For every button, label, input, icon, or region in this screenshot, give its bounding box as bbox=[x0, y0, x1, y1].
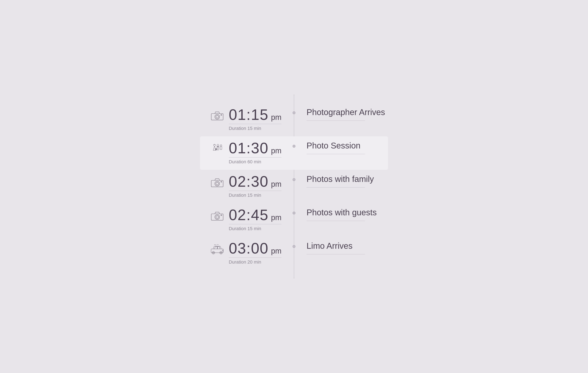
timeline-left-photo-session: 01:30 pm Duration 60 min bbox=[200, 136, 292, 169]
timeline-left-limo-arrives: 03:00 pm Duration 20 min bbox=[200, 237, 292, 269]
time-ampm-photographer-arrives: pm bbox=[271, 113, 282, 122]
time-display-photographer-arrives: 01:15 pm bbox=[229, 107, 282, 122]
time-number-photographer-arrives: 01:15 bbox=[229, 107, 269, 122]
svg-point-3 bbox=[221, 114, 222, 115]
timeline-dot-wrapper-photo-session bbox=[292, 136, 296, 148]
timeline-left-photos-guests: 02:45 pm Duration 15 min bbox=[200, 203, 292, 236]
timeline-item-photo-session: 01:30 pm Duration 60 min Photo Session bbox=[200, 136, 388, 170]
camera-icon bbox=[210, 107, 225, 122]
duration-label-photo-session: Duration 60 min bbox=[229, 159, 261, 165]
timeline-right-limo-arrives: Limo Arrives bbox=[296, 237, 388, 259]
event-name-photos-guests: Photos with guests bbox=[306, 207, 388, 218]
timeline-left-photos-family: 02:30 pm Duration 15 min bbox=[200, 170, 292, 202]
event-separator-limo-arrives bbox=[306, 254, 365, 254]
timeline-dot-wrapper-photos-guests bbox=[292, 203, 296, 215]
time-display-photos-guests: 02:45 pm bbox=[229, 207, 282, 222]
svg-rect-9 bbox=[220, 146, 222, 150]
time-number-photos-family: 02:30 bbox=[229, 174, 269, 189]
timeline-item-limo-arrives: 03:00 pm Duration 20 min Limo Arrives bbox=[200, 237, 388, 270]
timeline-right-photos-family: Photos with family bbox=[296, 170, 388, 192]
duration-label-photographer-arrives: Duration 15 min bbox=[229, 126, 261, 131]
time-ampm-limo-arrives: pm bbox=[271, 247, 282, 255]
event-separator-photographer-arrives bbox=[306, 121, 365, 121]
timeline-item-photographer-arrives: 01:15 pm Duration 15 min Photographer Ar… bbox=[200, 103, 388, 136]
svg-point-18 bbox=[215, 215, 220, 219]
camera-icon bbox=[210, 207, 225, 223]
svg-rect-26 bbox=[222, 250, 223, 251]
timeline-dot-limo-arrives bbox=[293, 245, 295, 248]
time-block-limo-arrives: 03:00 pm Duration 20 min bbox=[229, 241, 282, 265]
timeline-right-photos-guests: Photos with guests bbox=[296, 203, 388, 225]
timeline-dot-photos-family bbox=[293, 178, 295, 181]
time-separator-photos-family bbox=[229, 191, 282, 191]
svg-point-8 bbox=[220, 145, 222, 146]
time-block-photographer-arrives: 01:15 pm Duration 15 min bbox=[229, 107, 282, 131]
duration-label-photos-family: Duration 15 min bbox=[229, 193, 261, 198]
svg-point-19 bbox=[216, 216, 219, 218]
svg-point-16 bbox=[221, 181, 222, 182]
time-ampm-photos-guests: pm bbox=[271, 213, 282, 222]
time-separator-photographer-arrives bbox=[229, 124, 282, 124]
event-separator-photos-guests bbox=[306, 221, 365, 221]
event-separator-photos-family bbox=[306, 187, 365, 187]
car-icon bbox=[210, 241, 225, 256]
time-number-limo-arrives: 03:00 bbox=[229, 241, 269, 256]
timeline-right-photographer-arrives: Photographer Arrives bbox=[296, 103, 388, 125]
timeline-dot-wrapper-photos-family bbox=[292, 170, 296, 181]
timeline-right-photo-session: Photo Session bbox=[296, 136, 388, 158]
timeline-dot-photographer-arrives bbox=[293, 111, 295, 114]
svg-point-1 bbox=[215, 114, 220, 119]
time-display-photo-session: 01:30 pm bbox=[229, 141, 282, 155]
timeline-item-photos-family: 02:30 pm Duration 15 min Photos with fam… bbox=[200, 170, 388, 203]
time-display-limo-arrives: 03:00 pm bbox=[229, 241, 282, 256]
svg-point-2 bbox=[216, 115, 219, 118]
time-ampm-photos-family: pm bbox=[271, 180, 282, 189]
time-block-photos-guests: 02:45 pm Duration 15 min bbox=[229, 207, 282, 231]
event-name-photographer-arrives: Photographer Arrives bbox=[306, 107, 388, 117]
time-separator-photos-guests bbox=[229, 224, 282, 224]
time-display-photos-family: 02:30 pm bbox=[229, 174, 282, 189]
timeline-item-photos-guests: 02:45 pm Duration 15 min Photos with gue… bbox=[200, 203, 388, 237]
svg-point-15 bbox=[216, 182, 219, 185]
time-number-photo-session: 01:30 bbox=[229, 141, 269, 155]
event-name-photos-family: Photos with family bbox=[306, 174, 388, 184]
time-number-photos-guests: 02:45 bbox=[229, 207, 269, 222]
duration-label-photos-guests: Duration 15 min bbox=[229, 226, 261, 231]
timeline-dot-wrapper-limo-arrives bbox=[292, 237, 296, 248]
timeline-dot-photos-guests bbox=[293, 212, 295, 215]
time-ampm-photo-session: pm bbox=[271, 146, 282, 155]
time-block-photo-session: 01:30 pm Duration 60 min bbox=[229, 141, 282, 165]
event-name-photo-session: Photo Session bbox=[306, 141, 388, 151]
timeline-left-photographer-arrives: 01:15 pm Duration 15 min bbox=[200, 103, 292, 135]
camera-icon bbox=[210, 174, 225, 189]
time-separator-photo-session bbox=[229, 157, 282, 157]
time-block-photos-family: 02:30 pm Duration 15 min bbox=[229, 174, 282, 198]
time-separator-limo-arrives bbox=[229, 258, 282, 258]
wedding-group-icon bbox=[210, 141, 225, 156]
duration-label-limo-arrives: Duration 20 min bbox=[229, 259, 261, 265]
event-name-limo-arrives: Limo Arrives bbox=[306, 241, 388, 251]
svg-point-14 bbox=[215, 181, 220, 186]
svg-point-5 bbox=[217, 144, 219, 146]
timeline-dot-photo-session bbox=[293, 145, 295, 148]
timeline-container: 01:15 pm Duration 15 min Photographer Ar… bbox=[200, 95, 388, 278]
svg-point-20 bbox=[221, 215, 222, 216]
timeline-dot-wrapper-photographer-arrives bbox=[292, 103, 296, 114]
